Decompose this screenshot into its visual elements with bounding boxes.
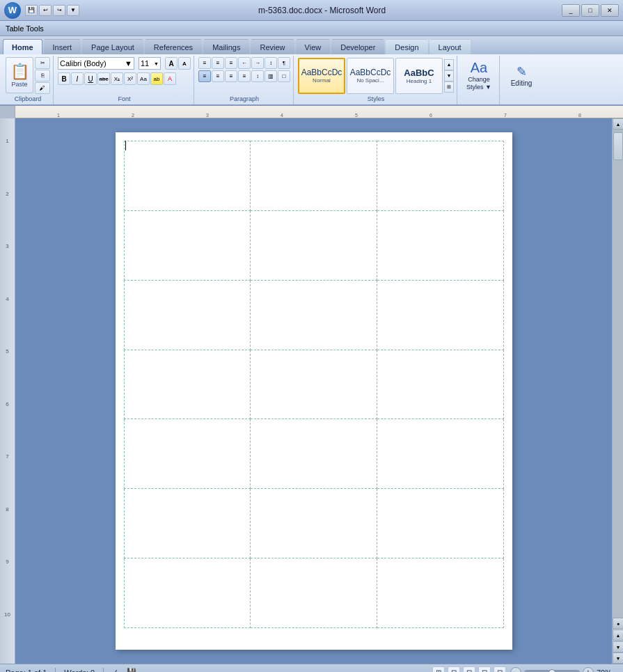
tab-mailings[interactable]: Mailings xyxy=(203,39,249,54)
table-cell[interactable] xyxy=(251,558,377,628)
multilevel-list-button[interactable]: ≡ xyxy=(225,57,237,69)
highlight-button[interactable]: ab xyxy=(150,72,163,85)
paste-button[interactable]: 📋 Paste xyxy=(6,57,33,93)
format-painter-button[interactable]: 🖌 xyxy=(35,82,50,94)
tab-layout[interactable]: Layout xyxy=(429,39,471,54)
table-cell[interactable] xyxy=(377,558,503,628)
sort-button[interactable]: ↕ xyxy=(265,57,277,69)
table-cell[interactable] xyxy=(124,558,251,628)
table-cell[interactable] xyxy=(124,350,251,419)
scroll-track[interactable] xyxy=(613,130,623,618)
editing-button[interactable]: ✎ Editing xyxy=(504,57,539,93)
borders-button[interactable]: □ xyxy=(278,70,290,82)
close-button[interactable]: ✕ xyxy=(601,4,619,17)
font-grow-button[interactable]: A xyxy=(165,57,178,70)
table-row xyxy=(124,210,503,280)
view-web[interactable]: ⊟ xyxy=(463,666,475,673)
view-draft[interactable]: ⊟ xyxy=(494,666,506,673)
proofing-status[interactable]: ✓ xyxy=(112,668,118,672)
zoom-slider-thumb[interactable] xyxy=(549,669,555,673)
table-cell[interactable] xyxy=(377,210,503,280)
scroll-down-button[interactable]: ▼ xyxy=(613,653,623,664)
tab-page-layout[interactable]: Page Layout xyxy=(82,39,143,54)
styles-scroll-down[interactable]: ▼ xyxy=(444,70,454,81)
scroll-prev-page[interactable]: ▲ xyxy=(613,630,623,641)
table-cell[interactable] xyxy=(377,419,503,489)
line-spacing-button[interactable]: ↕ xyxy=(251,70,264,82)
tab-developer[interactable]: Developer xyxy=(331,39,384,54)
view-full-screen[interactable]: ⊟ xyxy=(448,666,460,673)
bullet-list-button[interactable]: ≡ xyxy=(198,57,211,69)
scroll-up-button[interactable]: ▲ xyxy=(613,118,623,130)
increase-indent-button[interactable]: → xyxy=(251,57,264,69)
save-button[interactable]: 💾 xyxy=(25,5,38,16)
style-heading1[interactable]: AaBbC Heading 1 xyxy=(395,58,443,94)
view-print-layout[interactable]: ⊞ xyxy=(432,666,445,673)
change-styles-button[interactable]: Aa ChangeStyles ▼ xyxy=(462,57,496,93)
table-cell[interactable] xyxy=(377,280,503,350)
tab-references[interactable]: References xyxy=(145,39,202,54)
undo-button[interactable]: ↩ xyxy=(39,5,52,16)
table-cell[interactable] xyxy=(377,141,503,211)
superscript-button[interactable]: X² xyxy=(124,72,136,85)
paste-icon: 📋 xyxy=(10,63,29,81)
table-cell[interactable] xyxy=(124,280,251,350)
zoom-out-button[interactable]: − xyxy=(510,667,521,673)
underline-button[interactable]: U xyxy=(84,72,97,85)
font-size-selector[interactable]: 11 ▼ xyxy=(139,57,161,70)
customize-button[interactable]: ▼ xyxy=(67,5,79,16)
styles-expand[interactable]: ⊞ xyxy=(444,81,454,93)
style-normal[interactable]: AaBbCcDc Normal xyxy=(298,58,345,94)
font-name-selector[interactable]: Calibri (Body) ▼ xyxy=(58,57,134,70)
table-cell[interactable] xyxy=(251,489,377,558)
minimize-button[interactable]: _ xyxy=(562,4,580,17)
numbered-list-button[interactable]: ≡ xyxy=(212,57,224,69)
table-cell[interactable] xyxy=(251,419,377,489)
align-right-button[interactable]: ≡ xyxy=(225,70,237,82)
tab-home[interactable]: Home xyxy=(3,39,42,54)
table-cell[interactable] xyxy=(124,489,251,558)
scroll-select-browse-object[interactable]: ● xyxy=(613,618,623,629)
redo-button[interactable]: ↪ xyxy=(53,5,65,16)
subscript-button[interactable]: X₂ xyxy=(111,72,123,85)
table-cell[interactable] xyxy=(251,280,377,350)
show-hide-button[interactable]: ¶ xyxy=(278,57,290,69)
italic-button[interactable]: I xyxy=(71,72,84,85)
style-no-spacing[interactable]: AaBbCcDc No Spaci... xyxy=(347,58,394,94)
zoom-in-button[interactable]: + xyxy=(583,667,594,673)
cut-button[interactable]: ✂ xyxy=(35,57,50,69)
justify-button[interactable]: ≡ xyxy=(238,70,251,82)
zoom-slider[interactable] xyxy=(524,670,580,673)
decrease-indent-button[interactable]: ← xyxy=(238,57,251,69)
document-table[interactable] xyxy=(124,141,504,628)
view-outline[interactable]: ⊟ xyxy=(478,666,491,673)
document-page[interactable] xyxy=(116,132,512,650)
align-center-button[interactable]: ≡ xyxy=(212,70,224,82)
tab-view[interactable]: View xyxy=(296,39,331,54)
font-color-button[interactable]: A xyxy=(164,72,176,85)
table-cell[interactable] xyxy=(124,141,251,211)
table-cell[interactable] xyxy=(124,210,251,280)
zoom-level[interactable]: 70% xyxy=(597,669,617,673)
table-cell[interactable] xyxy=(377,489,503,558)
change-case-button[interactable]: Aa xyxy=(137,72,150,85)
table-cell[interactable] xyxy=(124,419,251,489)
align-left-button[interactable]: ≡ xyxy=(198,70,211,82)
scroll-next-page[interactable]: ▼ xyxy=(613,641,623,653)
styles-scroll-up[interactable]: ▲ xyxy=(444,59,454,70)
maximize-button[interactable]: □ xyxy=(581,4,599,17)
document-area[interactable] xyxy=(15,118,612,664)
font-shrink-button[interactable]: A xyxy=(178,57,191,70)
scroll-thumb[interactable] xyxy=(613,132,623,160)
copy-button[interactable]: ⎘ xyxy=(35,70,50,81)
strikethrough-button[interactable]: abc xyxy=(97,72,110,85)
table-cell[interactable] xyxy=(251,210,377,280)
tab-review[interactable]: Review xyxy=(251,39,294,54)
bold-button[interactable]: B xyxy=(58,72,70,85)
table-cell[interactable] xyxy=(251,141,377,211)
table-cell[interactable] xyxy=(377,350,503,419)
table-cell[interactable] xyxy=(251,350,377,419)
tab-design[interactable]: Design xyxy=(386,39,427,54)
shading-button[interactable]: ▥ xyxy=(265,70,277,82)
tab-insert[interactable]: Insert xyxy=(44,39,81,54)
